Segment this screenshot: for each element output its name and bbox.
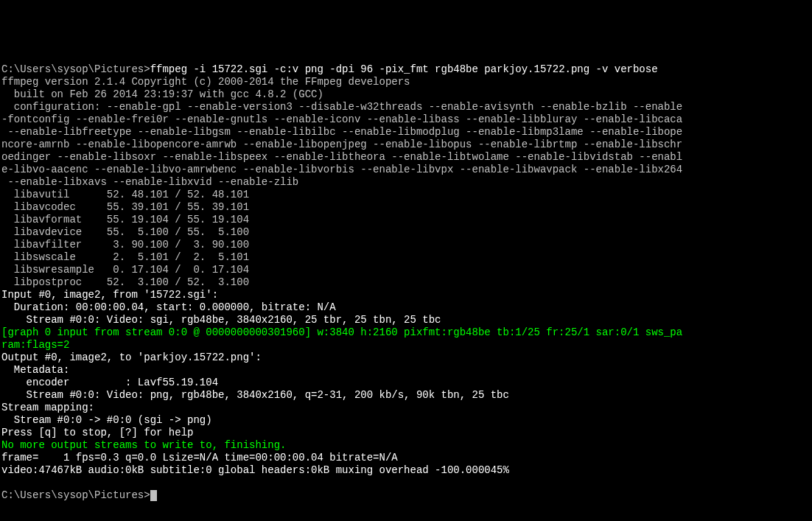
stream-mapping-header: Stream mapping:: [1, 402, 94, 413]
finishing-message: No more output streams to write to, fini…: [1, 439, 286, 451]
lib-version: libavcodec 55. 39.101 / 55. 39.101: [1, 201, 249, 213]
lib-version: libavfilter 3. 90.100 / 3. 90.100: [1, 239, 249, 251]
output-stream: Stream #0:0: Video: png, rgb48be, 3840x2…: [1, 389, 509, 401]
input-stream: Stream #0:0: Video: sgi, rgb48be, 3840x2…: [1, 314, 441, 326]
terminal-window[interactable]: C:\Users\sysop\Pictures>ffmpeg -i 15722.…: [0, 50, 812, 503]
frame-progress: frame= 1 fps=0.3 q=0.0 Lsize=N/A time=00…: [1, 452, 398, 464]
encoder-line: encoder : Lavf55.19.104: [1, 377, 218, 388]
input-duration: Duration: 00:00:00.04, start: 0.000000, …: [1, 301, 336, 313]
press-help: Press [q] to stop, [?] for help: [1, 427, 193, 438]
metadata-label: Metadata:: [1, 364, 69, 376]
ffmpeg-banner: ffmpeg version 2.1.4 Copyright (c) 2000-…: [1, 76, 410, 88]
lib-version: libswresample 0. 17.104 / 0. 17.104: [1, 264, 249, 276]
prompt-path: C:\Users\sysop\Pictures>: [1, 489, 150, 501]
build-info: built on Feb 26 2014 23:19:37 with gcc 4…: [1, 88, 323, 100]
lib-version: libpostproc 52. 3.100 / 52. 3.100: [1, 276, 249, 288]
lib-version: libavutil 52. 48.101 / 52. 48.101: [1, 189, 249, 200]
lib-version: libswscale 2. 5.101 / 2. 5.101: [1, 251, 249, 263]
cursor: [150, 490, 157, 501]
lib-version: libavdevice 55. 5.100 / 55. 5.100: [1, 226, 249, 238]
lib-version: libavformat 55. 19.104 / 55. 19.104: [1, 214, 249, 225]
mapping-line: Stream #0:0 -> #0:0 (sgi -> png): [1, 414, 212, 426]
configuration-line: configuration: --enable-gpl --enable-ver…: [1, 101, 682, 188]
prompt-path: C:\Users\sysop\Pictures>: [1, 63, 150, 75]
graph-info: [graph 0 input from stream 0:0 @ 0000000…: [1, 326, 682, 351]
input-header: Input #0, image2, from '15722.sgi':: [1, 289, 218, 301]
video-summary: video:47467kB audio:0kB subtitle:0 globa…: [1, 464, 509, 476]
command-text: ffmpeg -i 15722.sgi -c:v png -dpi 96 -pi…: [150, 63, 658, 75]
output-header: Output #0, image2, to 'parkjoy.15722.png…: [1, 352, 262, 363]
